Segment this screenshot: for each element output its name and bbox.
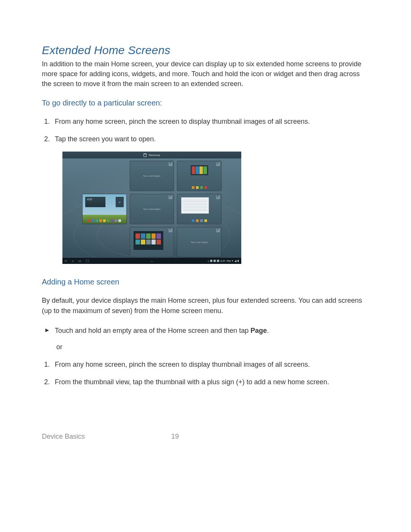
home-thumbnail [177, 194, 221, 224]
bullet-text-bold: Page [250, 327, 267, 334]
close-icon [169, 162, 172, 166]
screenshot-thumbnail-overview: Remove Tap to add widgets [62, 152, 369, 264]
page-footer: Device Basics 19 [42, 433, 369, 441]
chevron-up-icon: ︿ [150, 259, 154, 264]
page-title: Extended Home Screens [42, 44, 369, 57]
step-text: From any home screen, pinch the screen t… [55, 118, 310, 125]
home-thumbnail-main: 4:57 ⌕ [82, 194, 127, 224]
navbar-time: 4:57 [220, 260, 226, 262]
footer-page-number: 19 [171, 433, 179, 441]
list-item: 2. From the thumbnail view, tap the thum… [55, 377, 369, 387]
recents-icon: ▭ [78, 259, 81, 263]
close-icon [216, 195, 220, 199]
list-item: 2. Tap the screen you want to open. [55, 134, 369, 144]
footer-section-name: Device Basics [42, 433, 171, 441]
steps-go-to-screen: 1. From any home screen, pinch the scree… [42, 117, 369, 144]
wifi-icon: ▾ [232, 259, 233, 262]
trash-icon [143, 153, 147, 157]
bullet-item: ► Touch and hold an empty area of the Ho… [55, 326, 369, 335]
home-thumbnail: Tap to add widgets [130, 161, 174, 191]
triangle-marker-icon: ► [44, 326, 50, 334]
step-text: Tap the screen you want to open. [55, 135, 156, 143]
section2-intro-paragraph: By default, your device displays the mai… [42, 296, 369, 315]
capture-icon: ⛶ [86, 259, 89, 263]
step-text: From any home screen, pinch the screen t… [55, 361, 310, 368]
search-icon: ⌕ [119, 200, 121, 204]
bluetooth-icon: ᚼ [207, 260, 209, 262]
home-thumbnail: Tap to add widgets [130, 194, 174, 224]
status-icon [210, 260, 212, 262]
screenshot-topbar: Remove [62, 152, 241, 158]
status-icon [217, 260, 219, 262]
list-item: 1. From any home screen, pinch the scree… [55, 359, 369, 369]
subheading-adding-screen: Adding a Home screen [42, 278, 369, 286]
bullet-text-suffix: . [267, 327, 269, 334]
battery-icon: ▮ [237, 259, 239, 262]
bullet-text-prefix: Touch and hold an empty area of the Home… [55, 327, 250, 334]
home-thumbnail [130, 227, 174, 257]
steps-adding-screen: 1. From any home screen, pinch the scree… [42, 359, 369, 387]
screenshot-navbar: ⤺ ⌂ ▭ ⛶ ︿ ᚼ 4:57 PM ▾ ◢ ▮ [62, 258, 241, 264]
step-text: From the thumbnail view, tap the thumbna… [55, 378, 329, 386]
topbar-label: Remove [149, 153, 160, 157]
close-icon [216, 162, 220, 166]
clock-widget-time: 4:57 [87, 198, 92, 201]
home-icon: ⌂ [72, 259, 74, 263]
home-thumbnail: Tap to add widgets [177, 227, 221, 257]
home-thumbnail [177, 161, 221, 191]
close-icon [169, 228, 172, 232]
intro-paragraph: In addition to the main Home screen, you… [42, 59, 369, 89]
or-separator: or [56, 343, 369, 351]
close-icon [169, 195, 172, 199]
subheading-go-to-screen: To go directly to a particular screen: [42, 99, 369, 107]
navbar-ampm: PM [227, 260, 231, 262]
signal-icon: ◢ [234, 259, 236, 262]
list-item: 1. From any home screen, pinch the scree… [55, 117, 369, 126]
close-icon [216, 228, 220, 232]
status-icon [213, 260, 216, 262]
back-icon: ⤺ [65, 259, 67, 263]
